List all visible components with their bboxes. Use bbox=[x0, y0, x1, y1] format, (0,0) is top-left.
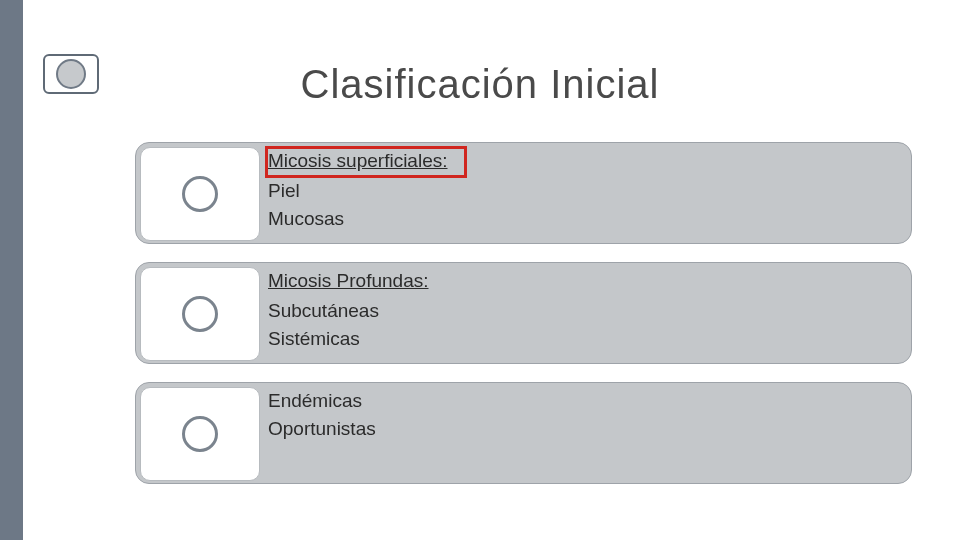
card-1-icon-box bbox=[140, 147, 260, 241]
card-1-item-1: Piel bbox=[268, 179, 448, 203]
card-1-heading: Micosis superficiales: bbox=[268, 149, 448, 173]
circle-icon bbox=[182, 296, 218, 332]
circle-icon bbox=[182, 176, 218, 212]
card-1: Micosis superficiales: Piel Mucosas bbox=[135, 142, 912, 244]
card-3-icon-box bbox=[140, 387, 260, 481]
card-2-heading: Micosis Profundas: bbox=[268, 269, 429, 293]
card-2-text: Micosis Profundas: Subcutáneas Sistémica… bbox=[268, 269, 429, 351]
slide-title: Clasificación Inicial bbox=[0, 62, 960, 107]
card-3-text: Endémicas Oportunistas bbox=[268, 389, 376, 441]
slide: Clasificación Inicial Micosis superficia… bbox=[0, 0, 960, 540]
card-1-text: Micosis superficiales: Piel Mucosas bbox=[268, 149, 448, 231]
card-2-icon-box bbox=[140, 267, 260, 361]
card-3-item-2: Oportunistas bbox=[268, 417, 376, 441]
card-3-item-1: Endémicas bbox=[268, 389, 376, 413]
circle-icon bbox=[182, 416, 218, 452]
card-1-item-2: Mucosas bbox=[268, 207, 448, 231]
card-2-item-1: Subcutáneas bbox=[268, 299, 429, 323]
card-2-item-2: Sistémicas bbox=[268, 327, 429, 351]
card-2: Micosis Profundas: Subcutáneas Sistémica… bbox=[135, 262, 912, 364]
card-3: Endémicas Oportunistas bbox=[135, 382, 912, 484]
